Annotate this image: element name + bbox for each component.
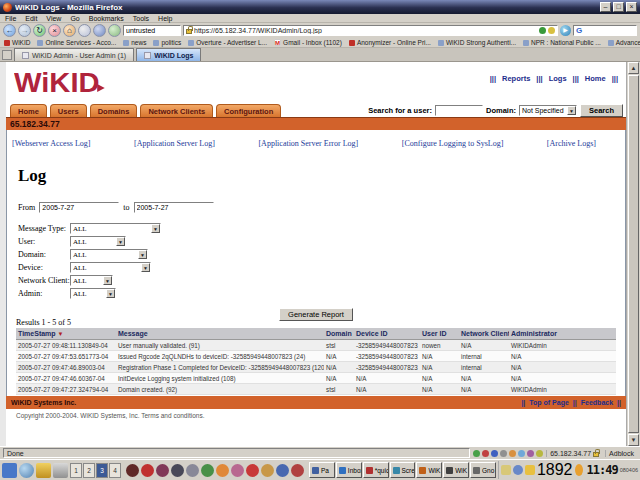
extension-status-icon[interactable] <box>527 450 534 457</box>
extension-status-icon[interactable] <box>536 450 543 457</box>
scroll-up-icon[interactable]: ▲ <box>628 62 639 74</box>
bookmark-news[interactable]: news <box>123 39 146 46</box>
admin-select[interactable]: ALL▼ <box>70 288 116 299</box>
extension-status-icon[interactable] <box>509 450 516 457</box>
bookmark-online-services[interactable]: Online Services - Acco... <box>37 39 116 46</box>
ssl-host-indicator[interactable]: 65.182.34.77 <box>546 450 602 457</box>
url-text[interactable]: https://65.182.34.77/WiKIDAdmin/Log.jsp <box>194 27 537 34</box>
taskbar-window-button[interactable]: Inbox <box>336 462 362 478</box>
page-status-icon[interactable] <box>539 27 546 34</box>
dropdown-arrow-icon[interactable]: ▼ <box>103 276 112 285</box>
menu-file[interactable]: File <box>5 15 16 22</box>
top-of-page-link[interactable]: Top of Page <box>529 399 569 406</box>
app-launcher-icon[interactable] <box>291 464 304 477</box>
dropdown-arrow-icon[interactable]: ▼ <box>106 289 115 298</box>
menu-bookmarks[interactable]: Bookmarks <box>89 15 124 22</box>
back-button[interactable]: ← <box>3 24 16 37</box>
link-application-server-error-log[interactable]: [Application Server Error Log] <box>258 139 358 148</box>
domain-select[interactable]: Not Specified ▼ <box>519 105 577 116</box>
browser-launcher-icon[interactable] <box>19 463 34 478</box>
app-launcher-icon[interactable] <box>216 464 229 477</box>
domain-filter-select[interactable]: ALL▼ <box>70 249 148 260</box>
extension-status-icon[interactable] <box>491 450 498 457</box>
from-date-input[interactable] <box>39 202 119 213</box>
bookmark-politics[interactable]: politics <box>153 39 181 46</box>
app-launcher-icon[interactable] <box>261 464 274 477</box>
minimize-button[interactable]: – <box>600 2 611 12</box>
maximize-button[interactable]: □ <box>613 2 624 12</box>
link-home[interactable]: Home <box>585 74 606 83</box>
message-type-select[interactable]: ALL▼ <box>70 223 161 234</box>
generate-report-button[interactable]: Generate Report <box>279 308 353 321</box>
bookmark-anonymizer[interactable]: Anonymizer - Online Pri... <box>349 39 431 46</box>
vertical-scrollbar[interactable]: ▲ ▼ <box>626 62 640 446</box>
link-webserver-access-log[interactable]: [Webserver Access Log] <box>12 139 90 148</box>
nav-tab-configuration[interactable]: Configuration <box>216 104 281 117</box>
bookmark-advanced-settings[interactable]: Advanced Settings - Sa... <box>608 39 640 46</box>
print-extension-icon[interactable] <box>93 24 106 37</box>
nav-tab-home[interactable]: Home <box>10 104 47 117</box>
url-bar[interactable]: https://65.182.34.77/WiKIDAdmin/Log.jsp <box>183 25 558 36</box>
extension-status-icon[interactable] <box>500 450 507 457</box>
lightning-launcher-icon[interactable] <box>36 463 51 478</box>
app-launcher-icon[interactable] <box>156 464 169 477</box>
link-archive-logs[interactable]: [Archive Logs] <box>547 139 596 148</box>
google-search-box[interactable]: G <box>573 25 637 36</box>
forward-button[interactable]: → <box>18 24 31 37</box>
dropdown-arrow-icon[interactable]: ▼ <box>141 263 150 272</box>
network-client-select[interactable]: ALL▼ <box>70 275 113 286</box>
trash-launcher-icon[interactable] <box>53 463 68 478</box>
stop-button[interactable]: × <box>48 24 61 37</box>
app-launcher-icon[interactable] <box>231 464 244 477</box>
app-launcher-icon[interactable] <box>276 464 289 477</box>
bookmark-npr[interactable]: NPR : National Public ... <box>523 39 601 46</box>
menu-go[interactable]: Go <box>70 15 79 22</box>
go-button[interactable]: ▶ <box>560 25 571 36</box>
user-select[interactable]: ALL▼ <box>70 236 126 247</box>
taskbar-window-button[interactable]: WiK <box>443 462 469 478</box>
taskbar-window-button[interactable]: Gno <box>470 462 496 478</box>
extension-status-icon[interactable] <box>518 450 525 457</box>
tab-list-icon[interactable] <box>2 50 12 60</box>
app-launcher-icon[interactable] <box>141 464 154 477</box>
nav-tab-domains[interactable]: Domains <box>90 104 138 117</box>
google-search-input[interactable] <box>584 26 632 35</box>
app-launcher-icon[interactable] <box>246 464 259 477</box>
feedback-link[interactable]: Feedback <box>581 399 613 406</box>
workspace-4[interactable]: 4 <box>109 463 121 478</box>
dropdown-arrow-icon[interactable]: ▼ <box>138 250 147 259</box>
taskbar-window-button[interactable]: WiK <box>416 462 442 478</box>
sort-desc-icon[interactable]: ▼ <box>58 331 64 337</box>
link-application-server-log[interactable]: [Application Server Log] <box>134 139 215 148</box>
clock-extension-icon[interactable] <box>78 24 91 37</box>
menu-help[interactable]: Help <box>158 15 172 22</box>
dropdown-arrow-icon[interactable]: ▼ <box>151 224 160 233</box>
adblock-status[interactable]: Adblock <box>605 450 637 457</box>
bookmark-wikid-strong-auth[interactable]: WiKID Strong Authenti... <box>438 39 516 46</box>
taskbar-window-button[interactable]: Scre <box>390 462 416 478</box>
col-message[interactable]: Message <box>116 328 324 340</box>
extension-status-icon[interactable] <box>482 450 489 457</box>
col-timestamp[interactable]: TimeStamp ▼ <box>16 328 116 340</box>
menu-tools[interactable]: Tools <box>133 15 149 22</box>
close-button[interactable]: × <box>626 2 637 12</box>
menu-edit[interactable]: Edit <box>25 15 37 22</box>
search-button[interactable]: Search <box>580 104 623 117</box>
tray-icon[interactable] <box>501 465 511 475</box>
security-status-icon[interactable] <box>548 27 555 34</box>
tray-icon[interactable] <box>513 465 523 475</box>
profile-field[interactable] <box>123 25 181 36</box>
dropdown-arrow-icon[interactable]: ▼ <box>567 106 576 115</box>
person-icon[interactable] <box>575 464 583 476</box>
link-configure-logging-syslog[interactable]: [Configure Logging to SysLog] <box>402 139 504 148</box>
col-administrator[interactable]: Administrator <box>509 328 616 340</box>
link-logs[interactable]: Logs <box>549 74 567 83</box>
tab-wikid-admin[interactable]: WiKID Admin - User Admin (1) <box>14 48 134 61</box>
col-network-client[interactable]: Network Client <box>459 328 509 340</box>
home-button[interactable]: ⌂ <box>63 24 76 37</box>
app-launcher-icon[interactable] <box>201 464 214 477</box>
nav-tab-network-clients[interactable]: Network Clients <box>140 104 213 117</box>
workspace-2[interactable]: 2 <box>83 463 95 478</box>
bookmark-gmail[interactable]: MGmail - Inbox (1102) <box>274 39 342 46</box>
tray-icon[interactable] <box>525 465 535 475</box>
